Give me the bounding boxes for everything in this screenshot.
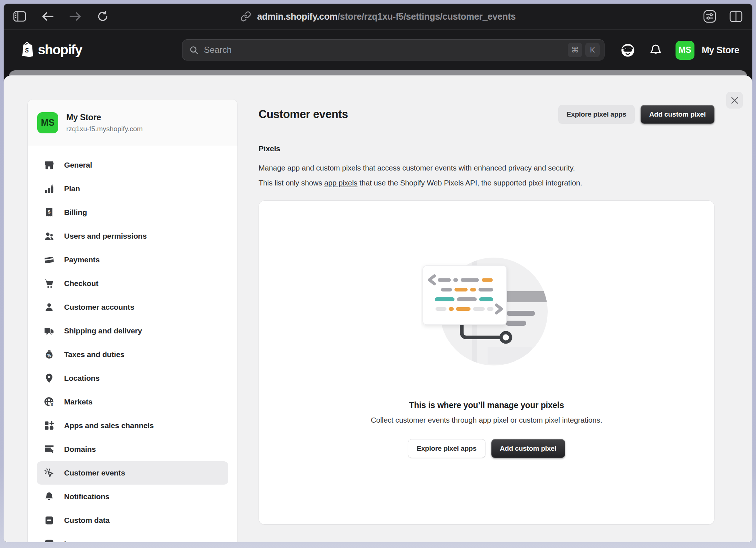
sidebar-item-billing[interactable]: $Billing xyxy=(37,201,228,224)
sidebar-item-locations[interactable]: Locations xyxy=(37,367,228,390)
sidebar-item-taxes-and-duties[interactable]: %Taxes and duties xyxy=(37,343,228,366)
custom-data-icon xyxy=(44,515,55,526)
sidebar-item-label: Customer accounts xyxy=(64,303,134,312)
payments-icon xyxy=(44,254,55,265)
description-line2-pre: This list only shows xyxy=(259,179,324,187)
description-line2-post: that use the Shopify Web Pixels API, the… xyxy=(358,179,582,187)
modal-backdrop: MS My Store rzq1xu-f5.myshopify.com Gene… xyxy=(4,70,752,542)
sidebar-item-label: Apps and sales channels xyxy=(64,421,154,430)
settings-nav: GeneralPlan$BillingUsers and permissions… xyxy=(28,146,237,542)
search-placeholder: Search xyxy=(204,45,565,55)
sidebar-item-customer-events[interactable]: Customer events xyxy=(37,461,228,485)
store-avatar[interactable]: MS xyxy=(676,41,694,60)
description-line1: Manage app and custom pixels that access… xyxy=(259,164,575,172)
admin-top-bar: S shopify Search ⌘ K xyxy=(4,29,752,70)
sidebar-item-users-and-permissions[interactable]: Users and permissions xyxy=(37,224,228,248)
sidebar-item-label: Notifications xyxy=(64,492,110,501)
apps-icon xyxy=(44,420,55,431)
settings-sidebar: MS My Store rzq1xu-f5.myshopify.com Gene… xyxy=(27,99,238,542)
explore-pixel-apps-button[interactable]: Explore pixel apps xyxy=(558,105,635,124)
sidebar-item-custom-data[interactable]: Custom data xyxy=(37,509,228,532)
customer-accounts-icon xyxy=(44,302,55,313)
add-custom-pixel-button-empty[interactable]: Add custom pixel xyxy=(491,439,565,458)
shopify-logo: S shopify xyxy=(20,42,82,58)
sidebar-item-markets[interactable]: $Markets xyxy=(37,390,228,414)
sidebar-item-apps-and-sales-channels[interactable]: Apps and sales channels xyxy=(37,414,228,437)
users-icon xyxy=(44,231,55,242)
url-path: /store/rzq1xu-f5/settings/customer_event… xyxy=(338,11,516,21)
sidebar-item-checkout[interactable]: Checkout xyxy=(37,272,228,295)
sidebar-item-label: Taxes and duties xyxy=(64,350,125,359)
reload-icon[interactable] xyxy=(97,11,109,22)
sidebar-item-label: Checkout xyxy=(64,279,98,288)
split-view-icon[interactable] xyxy=(729,10,743,23)
store-icon xyxy=(44,160,55,171)
app-pixels-link[interactable]: app pixels xyxy=(324,179,357,187)
sidebar-toggle-icon[interactable] xyxy=(13,11,26,22)
link-icon xyxy=(240,11,251,22)
add-custom-pixel-button[interactable]: Add custom pixel xyxy=(641,105,714,124)
pixels-illustration xyxy=(421,252,552,372)
plan-icon xyxy=(44,183,55,194)
sidebar-item-label: Shipping and delivery xyxy=(64,326,142,335)
pixels-empty-state-card: This is where you’ll manage your pixels … xyxy=(259,200,714,525)
settings-modal: MS My Store rzq1xu-f5.myshopify.com Gene… xyxy=(4,75,752,542)
sidebar-item-label: Markets xyxy=(64,398,92,406)
empty-state-heading: This is where you’ll manage your pixels xyxy=(409,400,564,410)
browser-toolbar: admin.shopify.com/store/rzq1xu-f5/settin… xyxy=(4,4,752,29)
cmd-key-badge: ⌘ xyxy=(568,43,582,57)
sidebar-item-label: Custom data xyxy=(64,516,110,525)
shopify-wordmark: shopify xyxy=(38,42,82,58)
search-icon xyxy=(189,45,199,55)
sidebar-item-languages[interactable]: ALanguages xyxy=(37,532,228,542)
sidebar-store-domain: rzq1xu-f5.myshopify.com xyxy=(66,125,143,133)
page-title: Customer events xyxy=(259,108,348,121)
sidebar-item-notifications[interactable]: Notifications xyxy=(37,485,228,508)
svg-text:S: S xyxy=(25,47,29,54)
shopify-bag-icon: S xyxy=(20,42,34,58)
k-key-badge: K xyxy=(585,43,600,57)
sidebar-item-label: General xyxy=(64,161,92,169)
explore-pixel-apps-button-empty[interactable]: Explore pixel apps xyxy=(408,439,485,458)
notifications-icon xyxy=(44,491,55,502)
languages-icon: A xyxy=(44,539,55,542)
customer-events-icon xyxy=(44,467,55,478)
pixels-section-title: Pixels xyxy=(259,144,714,153)
locations-icon xyxy=(44,373,55,384)
forward-icon[interactable] xyxy=(69,11,82,21)
sidebar-item-label: Billing xyxy=(64,208,87,217)
tune-icon[interactable] xyxy=(703,9,717,23)
shipping-icon xyxy=(44,325,55,336)
url-bar[interactable]: admin.shopify.com/store/rzq1xu-f5/settin… xyxy=(240,4,516,29)
sidebar-item-label: Domains xyxy=(64,445,96,454)
browser-window: admin.shopify.com/store/rzq1xu-f5/settin… xyxy=(4,4,752,542)
svg-text:%: % xyxy=(47,353,51,357)
sidebar-item-domains[interactable]: Domains xyxy=(37,438,228,461)
sidebar-item-label: Users and permissions xyxy=(64,232,147,240)
settings-content: Customer events Explore pixel apps Add c… xyxy=(259,75,752,542)
svg-text:$: $ xyxy=(51,402,53,407)
sidebar-store-header: MS My Store rzq1xu-f5.myshopify.com xyxy=(28,99,237,146)
domains-icon xyxy=(44,444,55,455)
checkout-icon xyxy=(44,278,55,289)
notifications-bell-icon[interactable] xyxy=(649,43,662,57)
header-store-name: My Store xyxy=(702,45,739,55)
billing-icon: $ xyxy=(44,207,55,218)
sidekick-face-icon[interactable] xyxy=(620,42,636,58)
sidebar-store-avatar: MS xyxy=(37,112,58,133)
sidebar-item-label: Customer events xyxy=(64,469,125,477)
svg-text:A: A xyxy=(46,541,50,542)
sidebar-item-plan[interactable]: Plan xyxy=(37,177,228,200)
back-icon[interactable] xyxy=(42,11,54,21)
sidebar-item-general[interactable]: General xyxy=(37,153,228,177)
url-text: admin.shopify.com/store/rzq1xu-f5/settin… xyxy=(257,11,516,22)
sidebar-item-label: Payments xyxy=(64,255,100,264)
sidebar-item-payments[interactable]: Payments xyxy=(37,248,228,271)
sidebar-item-label: Languages xyxy=(64,540,104,542)
empty-state-subtext: Collect customer events through app pixe… xyxy=(371,416,602,424)
sidebar-item-customer-accounts[interactable]: Customer accounts xyxy=(37,295,228,319)
taxes-icon: % xyxy=(44,349,55,360)
search-input[interactable]: Search ⌘ K xyxy=(182,39,605,60)
pixels-section-description: Manage app and custom pixels that access… xyxy=(259,160,714,190)
sidebar-item-shipping-and-delivery[interactable]: Shipping and delivery xyxy=(37,319,228,342)
